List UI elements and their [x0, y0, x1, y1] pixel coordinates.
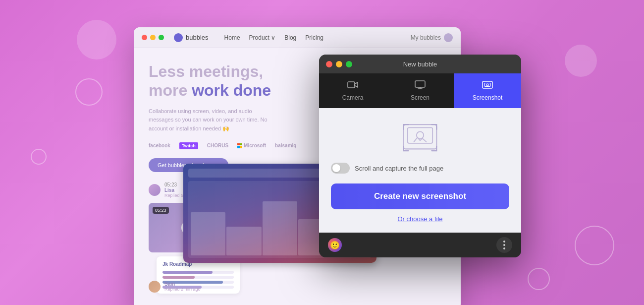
nav-home[interactable]: Home	[224, 34, 240, 41]
account-avatar	[444, 33, 453, 42]
choose-file-link[interactable]: Or choose a file	[397, 215, 442, 223]
scroll-capture-toggle[interactable]	[331, 163, 350, 174]
chat-avatar-1	[149, 184, 161, 196]
browser-traffic-lights	[142, 35, 164, 40]
deco-circle-2	[75, 78, 103, 106]
screen-tab-icon	[415, 80, 426, 92]
browser-nav-right: My bubbles	[411, 33, 453, 42]
tab-screenshot[interactable]: Screenshot	[454, 73, 521, 108]
screenshot-placeholder-icon	[402, 123, 438, 153]
logo-facebook: facebook	[149, 143, 170, 148]
modal-body: Scroll and capture the full page Create …	[319, 108, 521, 233]
modal-dot-green[interactable]	[346, 61, 352, 67]
ms-text: Microsoft	[244, 143, 266, 148]
svg-rect-1	[415, 81, 425, 87]
bubbles-footer-logo: 🙂	[328, 238, 342, 252]
bubbles-logo-text: bubbles	[186, 34, 209, 41]
headline-line1: Less meetings,	[149, 62, 263, 80]
headline-line2: more	[149, 81, 192, 99]
roadmap-bar-track-1	[162, 271, 234, 274]
chat-meta-2: Sam Replied 2 min ago	[164, 281, 201, 292]
chat-item-2-inner: Sam Replied 2 min ago	[149, 281, 201, 293]
tab-camera[interactable]: Camera	[319, 73, 386, 108]
deco-circle-1	[77, 20, 116, 60]
new-bubble-modal: New bubble Camera Screen	[319, 55, 521, 257]
browser-dot-green	[159, 35, 164, 40]
logo-microsoft: Microsoft	[237, 143, 266, 148]
site-subtext: Collaborate using screen, video, and aud…	[149, 107, 277, 133]
logo-balsamiq: balsamiq	[275, 143, 296, 148]
scroll-capture-label: Scroll and capture the full page	[355, 165, 443, 172]
modal-footer: 🙂	[319, 233, 521, 257]
roadmap-bar-fill-2	[162, 276, 195, 279]
chat-user2: Sam	[164, 281, 201, 287]
roadmap-bar-1	[162, 271, 234, 274]
roadmap-bar-2	[162, 276, 234, 279]
browser-dot-yellow	[150, 35, 156, 40]
video-time-badge: 05:23	[153, 207, 169, 214]
svg-rect-5	[404, 124, 437, 149]
deco-circle-5	[575, 226, 614, 265]
modal-tabs: Camera Screen Screenshot	[319, 73, 521, 108]
scroll-capture-toggle-row: Scroll and capture the full page	[331, 163, 509, 174]
browser-dot-red	[142, 35, 147, 40]
create-screenshot-button[interactable]: Create new screenshot	[331, 183, 509, 209]
headline-accent: work done	[192, 81, 271, 99]
svg-rect-0	[348, 82, 355, 88]
deco-circle-3	[31, 149, 47, 165]
screen-tab-label: Screen	[411, 94, 429, 101]
modal-dot-red[interactable]	[326, 61, 332, 67]
chat-avatar-2	[149, 281, 161, 293]
browser-nav-links: Home Product ∨ Blog Pricing	[224, 34, 323, 41]
logo-twitch: Twitch	[179, 142, 198, 149]
my-bubbles-link[interactable]: My bubbles	[411, 34, 441, 41]
camera-tab-label: Camera	[342, 94, 364, 101]
roadmap-bar-fill-1	[162, 271, 213, 274]
modal-title: New bubble	[403, 61, 437, 68]
screenshot-tab-label: Screenshot	[473, 94, 503, 101]
nav-pricing[interactable]: Pricing	[305, 34, 323, 41]
deco-circle-4	[565, 45, 597, 77]
nav-product[interactable]: Product ∨	[249, 34, 276, 41]
browser-logo: bubbles	[174, 33, 209, 42]
chat-item-2: Sam Replied 2 min ago	[149, 281, 201, 298]
modal-dot-yellow[interactable]	[336, 61, 342, 67]
svg-point-4	[486, 84, 488, 86]
footer-menu-button[interactable]	[496, 237, 512, 253]
toggle-thumb	[332, 164, 340, 172]
screenshot-tab-icon	[482, 80, 493, 92]
chat-user2-sub: Replied 2 min ago	[164, 287, 201, 292]
modal-traffic-lights	[326, 61, 352, 67]
roadmap-bar-track-2	[162, 276, 234, 279]
deco-circle-6	[528, 268, 550, 290]
logo-chorus: CHORUS	[207, 143, 228, 148]
camera-tab-icon	[347, 80, 358, 92]
tab-screen[interactable]: Screen	[386, 73, 454, 108]
nav-blog[interactable]: Blog	[284, 34, 296, 41]
svg-rect-2	[483, 81, 492, 88]
bubbles-logo-icon	[174, 33, 183, 42]
modal-titlebar: New bubble	[319, 55, 521, 73]
browser-nav: bubbles Home Product ∨ Blog Pricing My b…	[134, 27, 461, 48]
